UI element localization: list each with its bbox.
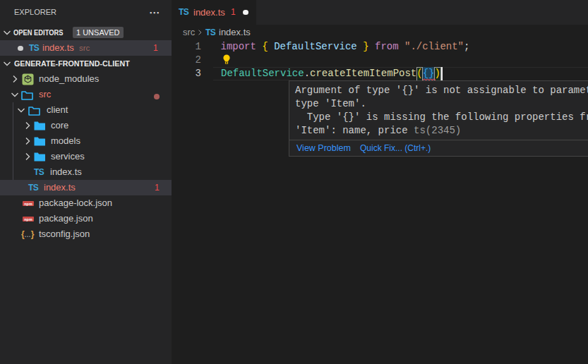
svg-text:npm: npm bbox=[24, 217, 32, 221]
svg-text:npm: npm bbox=[24, 201, 32, 205]
